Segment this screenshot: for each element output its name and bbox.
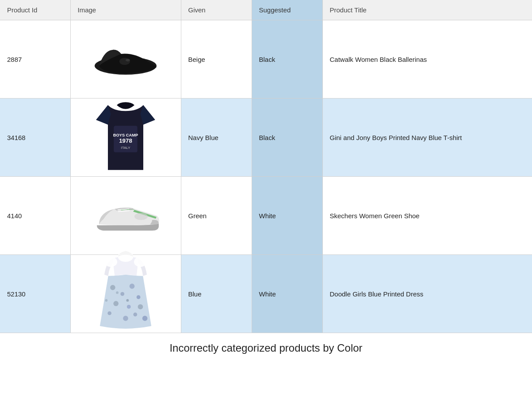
product-id-cell: 34168 bbox=[0, 99, 70, 177]
given-color-cell: Navy Blue bbox=[181, 99, 252, 177]
svg-point-11 bbox=[120, 292, 124, 296]
svg-point-19 bbox=[133, 312, 137, 316]
suggested-color-cell: White bbox=[252, 255, 322, 333]
svg-point-12 bbox=[130, 284, 135, 289]
svg-point-2 bbox=[126, 59, 130, 61]
product-image-cell bbox=[70, 20, 181, 99]
product-image bbox=[90, 180, 161, 251]
product-image-cell: BOYS CAMP 1978 ITALY bbox=[70, 99, 181, 177]
product-title-cell: Doodle Girls Blue Printed Dress bbox=[322, 255, 532, 333]
table-caption: Incorrectly categorized products by Colo… bbox=[0, 333, 532, 364]
product-image: BOYS CAMP 1978 ITALY bbox=[90, 102, 161, 173]
product-image bbox=[90, 24, 161, 95]
col-header-given: Given bbox=[181, 0, 252, 20]
svg-point-18 bbox=[123, 315, 128, 321]
col-header-image: Image bbox=[70, 0, 181, 20]
product-title-cell: Catwalk Women Black Ballerinas bbox=[322, 20, 532, 99]
product-id-cell: 52130 bbox=[0, 255, 70, 333]
svg-point-14 bbox=[113, 301, 119, 306]
product-id-cell: 4140 bbox=[0, 177, 70, 255]
svg-point-15 bbox=[127, 305, 131, 309]
svg-point-22 bbox=[126, 299, 129, 302]
product-id-cell: 2887 bbox=[0, 20, 70, 99]
product-title-cell: Gini and Jony Boys Printed Navy Blue T-s… bbox=[322, 99, 532, 177]
svg-text:1978: 1978 bbox=[119, 137, 132, 144]
svg-point-25 bbox=[104, 257, 117, 267]
col-header-suggested: Suggested bbox=[252, 0, 322, 20]
svg-point-17 bbox=[107, 311, 111, 315]
product-table-container: Product Id Image Given Suggested Product… bbox=[0, 0, 532, 363]
suggested-color-cell: White bbox=[252, 177, 322, 255]
col-header-title: Product Title bbox=[322, 0, 532, 20]
product-table: Product Id Image Given Suggested Product… bbox=[0, 0, 532, 363]
product-image bbox=[90, 258, 161, 329]
svg-point-21 bbox=[116, 291, 119, 294]
table-row: 34168 BOYS CAMP 1978 ITALY Navy BlueBlac… bbox=[0, 99, 532, 177]
table-row: 52130 bbox=[0, 255, 532, 333]
product-image-cell bbox=[70, 255, 181, 333]
table-header-row: Product Id Image Given Suggested Product… bbox=[0, 0, 532, 20]
svg-point-20 bbox=[142, 315, 148, 321]
svg-point-16 bbox=[138, 304, 143, 309]
svg-text:ITALY: ITALY bbox=[121, 145, 130, 149]
svg-point-26 bbox=[134, 257, 147, 267]
svg-point-13 bbox=[137, 295, 141, 299]
product-title-cell: Skechers Women Green Shoe bbox=[322, 177, 532, 255]
svg-text:BOYS CAMP: BOYS CAMP bbox=[113, 133, 138, 137]
given-color-cell: Blue bbox=[181, 255, 252, 333]
table-row: 4140 GreenWhiteSkechers Women Green Shoe bbox=[0, 177, 532, 255]
suggested-color-cell: Black bbox=[252, 20, 322, 99]
table-row: 2887 BeigeBlackCatwalk Women Black Balle… bbox=[0, 20, 532, 99]
col-header-product-id: Product Id bbox=[0, 0, 70, 20]
svg-point-10 bbox=[110, 285, 115, 290]
svg-point-23 bbox=[105, 299, 107, 302]
suggested-color-cell: Black bbox=[252, 99, 322, 177]
given-color-cell: Green bbox=[181, 177, 252, 255]
table-caption-row: Incorrectly categorized products by Colo… bbox=[0, 333, 532, 364]
svg-point-9 bbox=[134, 213, 148, 220]
given-color-cell: Beige bbox=[181, 20, 252, 99]
